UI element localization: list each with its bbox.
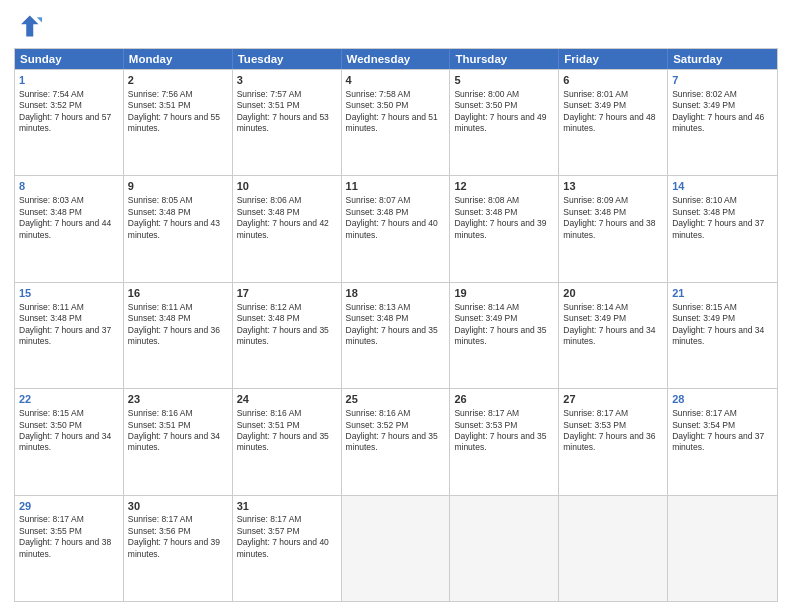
- day-number-30: 30: [128, 499, 228, 514]
- sunset-14: Sunset: 3:48 PM: [672, 207, 735, 217]
- sunset-30: Sunset: 3:56 PM: [128, 526, 191, 536]
- calendar: SundayMondayTuesdayWednesdayThursdayFrid…: [14, 48, 778, 602]
- calendar-body: 1Sunrise: 7:54 AMSunset: 3:52 PMDaylight…: [15, 69, 777, 601]
- cal-header-wednesday: Wednesday: [342, 49, 451, 69]
- cal-cell-3: 3Sunrise: 7:57 AMSunset: 3:51 PMDaylight…: [233, 70, 342, 175]
- cal-cell-26: 26Sunrise: 8:17 AMSunset: 3:53 PMDayligh…: [450, 389, 559, 494]
- sunrise-15: Sunrise: 8:11 AM: [19, 302, 84, 312]
- daylight-24: Daylight: 7 hours and 35 minutes.: [237, 431, 329, 452]
- daylight-27: Daylight: 7 hours and 36 minutes.: [563, 431, 655, 452]
- cal-cell-29: 29Sunrise: 8:17 AMSunset: 3:55 PMDayligh…: [15, 496, 124, 601]
- sunset-10: Sunset: 3:48 PM: [237, 207, 300, 217]
- sunrise-25: Sunrise: 8:16 AM: [346, 408, 411, 418]
- daylight-8: Daylight: 7 hours and 44 minutes.: [19, 218, 111, 239]
- logo: [14, 12, 46, 40]
- cal-cell-empty: [342, 496, 451, 601]
- day-number-28: 28: [672, 392, 773, 407]
- day-number-2: 2: [128, 73, 228, 88]
- calendar-header: SundayMondayTuesdayWednesdayThursdayFrid…: [15, 49, 777, 69]
- sunset-5: Sunset: 3:50 PM: [454, 100, 517, 110]
- cal-header-thursday: Thursday: [450, 49, 559, 69]
- cal-header-monday: Monday: [124, 49, 233, 69]
- sunrise-14: Sunrise: 8:10 AM: [672, 195, 737, 205]
- daylight-20: Daylight: 7 hours and 34 minutes.: [563, 325, 655, 346]
- sunset-22: Sunset: 3:50 PM: [19, 420, 82, 430]
- daylight-16: Daylight: 7 hours and 36 minutes.: [128, 325, 220, 346]
- day-number-14: 14: [672, 179, 773, 194]
- cal-cell-18: 18Sunrise: 8:13 AMSunset: 3:48 PMDayligh…: [342, 283, 451, 388]
- sunset-3: Sunset: 3:51 PM: [237, 100, 300, 110]
- cal-cell-2: 2Sunrise: 7:56 AMSunset: 3:51 PMDaylight…: [124, 70, 233, 175]
- cal-week-1: 1Sunrise: 7:54 AMSunset: 3:52 PMDaylight…: [15, 69, 777, 175]
- daylight-26: Daylight: 7 hours and 35 minutes.: [454, 431, 546, 452]
- logo-icon: [14, 12, 42, 40]
- daylight-9: Daylight: 7 hours and 43 minutes.: [128, 218, 220, 239]
- sunset-1: Sunset: 3:52 PM: [19, 100, 82, 110]
- cal-cell-21: 21Sunrise: 8:15 AMSunset: 3:49 PMDayligh…: [668, 283, 777, 388]
- cal-cell-24: 24Sunrise: 8:16 AMSunset: 3:51 PMDayligh…: [233, 389, 342, 494]
- sunrise-7: Sunrise: 8:02 AM: [672, 89, 737, 99]
- daylight-6: Daylight: 7 hours and 48 minutes.: [563, 112, 655, 133]
- daylight-3: Daylight: 7 hours and 53 minutes.: [237, 112, 329, 133]
- cal-week-2: 8Sunrise: 8:03 AMSunset: 3:48 PMDaylight…: [15, 175, 777, 281]
- day-number-20: 20: [563, 286, 663, 301]
- daylight-13: Daylight: 7 hours and 38 minutes.: [563, 218, 655, 239]
- daylight-5: Daylight: 7 hours and 49 minutes.: [454, 112, 546, 133]
- day-number-29: 29: [19, 499, 119, 514]
- cal-cell-8: 8Sunrise: 8:03 AMSunset: 3:48 PMDaylight…: [15, 176, 124, 281]
- day-number-19: 19: [454, 286, 554, 301]
- sunset-8: Sunset: 3:48 PM: [19, 207, 82, 217]
- cal-cell-7: 7Sunrise: 8:02 AMSunset: 3:49 PMDaylight…: [668, 70, 777, 175]
- cal-cell-19: 19Sunrise: 8:14 AMSunset: 3:49 PMDayligh…: [450, 283, 559, 388]
- daylight-17: Daylight: 7 hours and 35 minutes.: [237, 325, 329, 346]
- cal-cell-25: 25Sunrise: 8:16 AMSunset: 3:52 PMDayligh…: [342, 389, 451, 494]
- sunrise-23: Sunrise: 8:16 AM: [128, 408, 193, 418]
- sunrise-28: Sunrise: 8:17 AM: [672, 408, 737, 418]
- sunset-20: Sunset: 3:49 PM: [563, 313, 626, 323]
- day-number-24: 24: [237, 392, 337, 407]
- sunset-17: Sunset: 3:48 PM: [237, 313, 300, 323]
- day-number-26: 26: [454, 392, 554, 407]
- cal-cell-1: 1Sunrise: 7:54 AMSunset: 3:52 PMDaylight…: [15, 70, 124, 175]
- daylight-19: Daylight: 7 hours and 35 minutes.: [454, 325, 546, 346]
- sunrise-16: Sunrise: 8:11 AM: [128, 302, 193, 312]
- daylight-10: Daylight: 7 hours and 42 minutes.: [237, 218, 329, 239]
- cal-week-4: 22Sunrise: 8:15 AMSunset: 3:50 PMDayligh…: [15, 388, 777, 494]
- daylight-21: Daylight: 7 hours and 34 minutes.: [672, 325, 764, 346]
- sunrise-26: Sunrise: 8:17 AM: [454, 408, 519, 418]
- cal-cell-12: 12Sunrise: 8:08 AMSunset: 3:48 PMDayligh…: [450, 176, 559, 281]
- sunset-29: Sunset: 3:55 PM: [19, 526, 82, 536]
- day-number-23: 23: [128, 392, 228, 407]
- sunset-2: Sunset: 3:51 PM: [128, 100, 191, 110]
- sunrise-20: Sunrise: 8:14 AM: [563, 302, 628, 312]
- header: [14, 12, 778, 40]
- cal-cell-16: 16Sunrise: 8:11 AMSunset: 3:48 PMDayligh…: [124, 283, 233, 388]
- sunset-24: Sunset: 3:51 PM: [237, 420, 300, 430]
- daylight-4: Daylight: 7 hours and 51 minutes.: [346, 112, 438, 133]
- sunrise-29: Sunrise: 8:17 AM: [19, 514, 84, 524]
- cal-cell-10: 10Sunrise: 8:06 AMSunset: 3:48 PMDayligh…: [233, 176, 342, 281]
- day-number-7: 7: [672, 73, 773, 88]
- sunrise-21: Sunrise: 8:15 AM: [672, 302, 737, 312]
- cal-cell-22: 22Sunrise: 8:15 AMSunset: 3:50 PMDayligh…: [15, 389, 124, 494]
- sunrise-17: Sunrise: 8:12 AM: [237, 302, 302, 312]
- sunrise-4: Sunrise: 7:58 AM: [346, 89, 411, 99]
- cal-header-friday: Friday: [559, 49, 668, 69]
- sunrise-3: Sunrise: 7:57 AM: [237, 89, 302, 99]
- sunset-26: Sunset: 3:53 PM: [454, 420, 517, 430]
- day-number-17: 17: [237, 286, 337, 301]
- cal-cell-17: 17Sunrise: 8:12 AMSunset: 3:48 PMDayligh…: [233, 283, 342, 388]
- sunrise-9: Sunrise: 8:05 AM: [128, 195, 193, 205]
- cal-cell-31: 31Sunrise: 8:17 AMSunset: 3:57 PMDayligh…: [233, 496, 342, 601]
- day-number-22: 22: [19, 392, 119, 407]
- cal-cell-23: 23Sunrise: 8:16 AMSunset: 3:51 PMDayligh…: [124, 389, 233, 494]
- day-number-27: 27: [563, 392, 663, 407]
- daylight-1: Daylight: 7 hours and 57 minutes.: [19, 112, 111, 133]
- cal-cell-5: 5Sunrise: 8:00 AMSunset: 3:50 PMDaylight…: [450, 70, 559, 175]
- cal-cell-14: 14Sunrise: 8:10 AMSunset: 3:48 PMDayligh…: [668, 176, 777, 281]
- daylight-11: Daylight: 7 hours and 40 minutes.: [346, 218, 438, 239]
- cal-cell-15: 15Sunrise: 8:11 AMSunset: 3:48 PMDayligh…: [15, 283, 124, 388]
- day-number-25: 25: [346, 392, 446, 407]
- sunset-18: Sunset: 3:48 PM: [346, 313, 409, 323]
- sunrise-5: Sunrise: 8:00 AM: [454, 89, 519, 99]
